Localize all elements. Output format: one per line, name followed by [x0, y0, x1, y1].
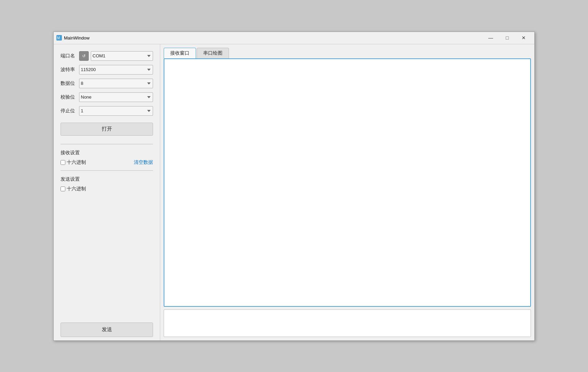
send-button[interactable]: 发送: [61, 323, 153, 337]
databits-select[interactable]: 5 6 7 8: [79, 79, 153, 88]
parity-select[interactable]: None Even Odd Mark Space: [79, 92, 153, 102]
send-hex-label[interactable]: 十六进制: [61, 186, 86, 192]
title-controls: — □ ✕: [483, 33, 532, 43]
svg-text:M: M: [57, 36, 60, 40]
maximize-button[interactable]: □: [499, 33, 515, 43]
left-panel: 端口名 ↺ COM1 COM2 COM3 COM4 波特率: [54, 44, 160, 340]
app-icon: M: [56, 35, 62, 41]
baud-rate-group: 波特率 9600 19200 38400 57600 115200: [61, 65, 153, 75]
recv-hex-checkbox[interactable]: [61, 160, 65, 165]
baud-label: 波特率: [61, 67, 79, 73]
port-label: 端口名: [61, 53, 79, 59]
refresh-button[interactable]: ↺: [79, 51, 89, 61]
tab-serial-plot[interactable]: 串口绘图: [197, 48, 229, 58]
divider-2: [61, 170, 153, 171]
send-hex-text: 十六进制: [67, 186, 86, 192]
recv-hex-row: 十六进制 清空数据: [61, 159, 153, 166]
data-bits-group: 数据位 5 6 7 8: [61, 79, 153, 88]
minimize-button[interactable]: —: [483, 33, 499, 43]
stop-bits-group: 停止位 1 1.5 2: [61, 106, 153, 116]
main-content: 端口名 ↺ COM1 COM2 COM3 COM4 波特率: [54, 44, 534, 340]
main-window: M MainWindow — □ ✕ 端口名 ↺ COM1 CO: [53, 32, 535, 341]
tab-receive-window[interactable]: 接收窗口: [164, 48, 196, 58]
refresh-icon: ↺: [82, 54, 86, 58]
recv-hex-label[interactable]: 十六进制: [61, 159, 86, 166]
tab-serial-label: 串口绘图: [203, 50, 222, 56]
parity-label: 校验位: [61, 94, 79, 100]
open-button[interactable]: 打开: [61, 123, 153, 136]
port-control-row: ↺ COM1 COM2 COM3 COM4: [79, 51, 153, 61]
clear-data-button[interactable]: 清空数据: [134, 159, 153, 166]
stopbits-label: 停止位: [61, 108, 79, 114]
recv-hex-text: 十六进制: [67, 159, 86, 166]
title-bar: M MainWindow — □ ✕: [54, 32, 534, 44]
baud-select[interactable]: 9600 19200 38400 57600 115200: [79, 65, 153, 75]
port-select[interactable]: COM1 COM2 COM3 COM4: [91, 51, 153, 61]
title-bar-left: M MainWindow: [56, 35, 89, 41]
send-settings-title: 发送设置: [61, 176, 153, 182]
databits-label: 数据位: [61, 80, 79, 87]
port-name-group: 端口名 ↺ COM1 COM2 COM3 COM4: [61, 51, 153, 61]
window-title: MainWindow: [64, 35, 89, 41]
right-panel: 接收窗口 串口绘图: [160, 44, 534, 340]
receive-area: [164, 58, 531, 307]
close-button[interactable]: ✕: [516, 33, 532, 43]
send-input-area[interactable]: [164, 309, 531, 337]
recv-settings-title: 接收设置: [61, 150, 153, 156]
send-hex-row: 十六进制: [61, 186, 153, 192]
stopbits-select[interactable]: 1 1.5 2: [79, 106, 153, 116]
parity-group: 校验位 None Even Odd Mark Space: [61, 92, 153, 102]
send-hex-checkbox[interactable]: [61, 187, 65, 191]
tab-bar: 接收窗口 串口绘图: [164, 48, 531, 58]
divider-1: [61, 144, 153, 144]
tab-receive-label: 接收窗口: [170, 50, 189, 56]
